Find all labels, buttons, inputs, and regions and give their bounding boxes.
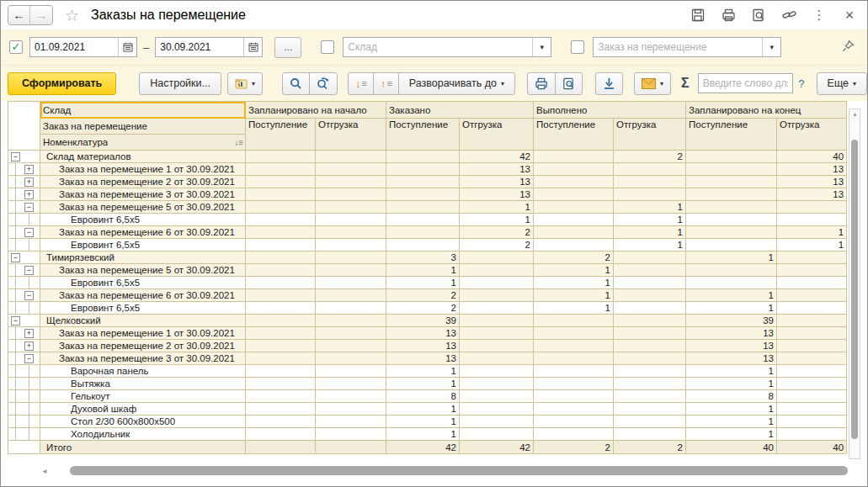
cell-value[interactable] bbox=[614, 416, 686, 428]
cell-value[interactable] bbox=[316, 151, 386, 163]
row-label[interactable]: Заказ на перемещение 6 от 30.09.2021 bbox=[40, 226, 246, 239]
scroll-up-icon[interactable]: ▲ bbox=[852, 111, 858, 117]
cell-value[interactable] bbox=[316, 176, 386, 188]
cell-value[interactable] bbox=[614, 403, 686, 416]
cell-value[interactable]: 42 bbox=[386, 441, 460, 454]
cell-value[interactable] bbox=[316, 302, 386, 315]
cell-value[interactable] bbox=[614, 188, 686, 201]
cell-value[interactable] bbox=[534, 226, 614, 239]
cell-value[interactable]: 40 bbox=[777, 151, 847, 163]
cell-value[interactable] bbox=[246, 277, 316, 289]
cell-value[interactable] bbox=[777, 403, 847, 416]
cell-value[interactable] bbox=[686, 176, 777, 188]
cell-value[interactable] bbox=[316, 403, 386, 416]
cell-value[interactable] bbox=[316, 441, 386, 454]
collapse-row-icon[interactable]: − bbox=[11, 152, 20, 161]
cell-value[interactable]: 1 bbox=[614, 226, 686, 239]
period-more-button[interactable]: ... bbox=[274, 37, 301, 58]
collapse-row-icon[interactable]: − bbox=[11, 253, 20, 262]
cell-value[interactable] bbox=[534, 163, 614, 176]
cell-value[interactable]: 2 bbox=[460, 239, 534, 251]
cell-value[interactable] bbox=[777, 378, 847, 390]
cell-value[interactable]: 1 bbox=[686, 403, 777, 416]
cell-value[interactable] bbox=[534, 239, 614, 251]
date-to-input[interactable] bbox=[156, 38, 243, 56]
cell-value[interactable] bbox=[614, 378, 686, 390]
cell-value[interactable] bbox=[686, 226, 777, 239]
cell-value[interactable]: 1 bbox=[386, 365, 460, 378]
header-group-completed[interactable]: Выполнено bbox=[534, 102, 686, 119]
cell-value[interactable]: 2 bbox=[614, 151, 686, 163]
cell-value[interactable] bbox=[460, 251, 534, 264]
header-shipment[interactable]: Отгрузка bbox=[777, 119, 847, 151]
cell-value[interactable]: 1 bbox=[460, 201, 534, 214]
cell-value[interactable] bbox=[460, 340, 534, 352]
cell-value[interactable]: 1 bbox=[534, 264, 614, 277]
cell-value[interactable] bbox=[246, 264, 316, 277]
cell-value[interactable] bbox=[460, 302, 534, 315]
cell-value[interactable] bbox=[386, 201, 460, 214]
cell-value[interactable] bbox=[534, 188, 614, 201]
cell-value[interactable] bbox=[777, 315, 847, 327]
pin-icon[interactable] bbox=[841, 39, 855, 56]
cell-value[interactable] bbox=[460, 277, 534, 289]
row-label[interactable]: Заказ на перемещение 1 от 30.09.2021 bbox=[40, 163, 246, 176]
cell-value[interactable]: 1 bbox=[614, 214, 686, 226]
collapse-row-icon[interactable]: − bbox=[11, 316, 20, 326]
expand-row-icon[interactable]: + bbox=[24, 165, 34, 174]
cell-value[interactable] bbox=[246, 403, 316, 416]
cell-value[interactable]: 1 bbox=[686, 365, 777, 378]
cell-value[interactable] bbox=[316, 239, 386, 251]
cell-value[interactable] bbox=[316, 365, 386, 378]
cell-value[interactable] bbox=[246, 151, 316, 163]
cell-value[interactable] bbox=[316, 201, 386, 214]
cell-value[interactable] bbox=[386, 176, 460, 188]
total-label[interactable]: Итого bbox=[40, 441, 246, 454]
link-icon[interactable] bbox=[781, 8, 796, 23]
cell-value[interactable]: 8 bbox=[686, 390, 777, 403]
cell-value[interactable] bbox=[534, 327, 614, 340]
cell-value[interactable] bbox=[316, 378, 386, 390]
cell-value[interactable] bbox=[460, 428, 534, 441]
expand-row-icon[interactable]: + bbox=[24, 329, 34, 338]
cell-value[interactable] bbox=[534, 390, 614, 403]
cell-value[interactable] bbox=[316, 340, 386, 352]
expand-to-button[interactable]: Разворачивать до ▾ bbox=[398, 72, 515, 95]
expand-row-icon[interactable]: + bbox=[24, 190, 34, 199]
preview-icon[interactable] bbox=[751, 8, 766, 23]
cell-value[interactable]: 2 bbox=[534, 441, 614, 454]
cell-value[interactable] bbox=[316, 226, 386, 239]
expand-row-icon[interactable]: + bbox=[24, 341, 34, 351]
row-label[interactable]: Тимирязевский bbox=[40, 251, 246, 264]
cell-value[interactable] bbox=[614, 176, 686, 188]
cell-value[interactable]: 1 bbox=[386, 264, 460, 277]
cell-value[interactable] bbox=[316, 214, 386, 226]
report-variants-button[interactable]: ▾ bbox=[227, 72, 263, 95]
cell-value[interactable]: 13 bbox=[386, 327, 460, 340]
header-receipt[interactable]: Поступление bbox=[386, 119, 460, 151]
cell-value[interactable]: 2 bbox=[386, 289, 460, 302]
order-input[interactable] bbox=[594, 38, 762, 56]
cell-value[interactable] bbox=[246, 352, 316, 365]
cell-value[interactable] bbox=[246, 378, 316, 390]
row-label[interactable]: Заказ на перемещение 2 от 30.09.2021 bbox=[40, 176, 246, 188]
warehouse-checkbox[interactable] bbox=[321, 40, 334, 54]
cell-value[interactable]: 3 bbox=[386, 251, 460, 264]
cell-value[interactable]: 1 bbox=[386, 277, 460, 289]
cell-value[interactable] bbox=[386, 226, 460, 239]
horizontal-scroll-thumb[interactable] bbox=[70, 466, 848, 475]
collapse-row-icon[interactable]: − bbox=[24, 203, 34, 212]
period-checkbox[interactable]: ✓ bbox=[9, 40, 23, 54]
horizontal-scrollbar[interactable]: ◄ bbox=[40, 465, 853, 477]
cell-value[interactable]: 1 bbox=[534, 302, 614, 315]
header-group-planned-end[interactable]: Запланировано на конец bbox=[686, 102, 847, 119]
row-label[interactable]: Заказ на перемещение 1 от 30.09.2021 bbox=[40, 327, 246, 340]
cell-value[interactable] bbox=[534, 403, 614, 416]
cell-value[interactable]: 13 bbox=[777, 176, 847, 188]
help-button[interactable]: ? bbox=[798, 77, 804, 90]
chevron-down-icon[interactable]: ▾ bbox=[762, 38, 780, 56]
chevron-down-icon[interactable]: ▾ bbox=[532, 38, 551, 56]
cell-value[interactable] bbox=[534, 365, 614, 378]
cell-value[interactable] bbox=[316, 352, 386, 365]
cell-value[interactable]: 42 bbox=[460, 441, 534, 454]
